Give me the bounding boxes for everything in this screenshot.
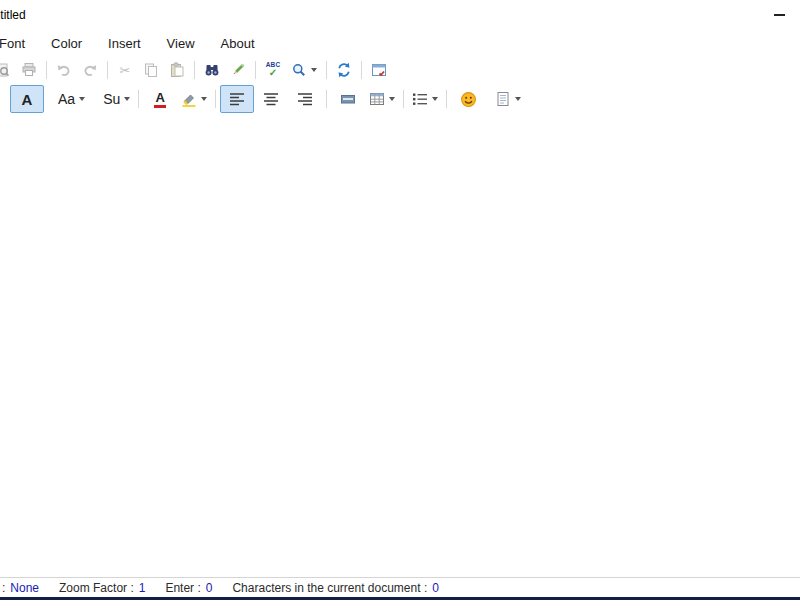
status-zoom-factor: Zoom Factor : 1 <box>59 581 145 595</box>
font-color-icon: A <box>154 91 166 108</box>
document-area[interactable] <box>0 114 800 577</box>
chevron-down-icon <box>201 97 207 101</box>
format-toolbar: A Aa Su A <box>0 84 800 114</box>
paste-icon <box>169 62 185 78</box>
emoji-button[interactable] <box>451 85 485 113</box>
calendar-button[interactable] <box>366 57 392 83</box>
find-icon <box>204 62 220 78</box>
highlighter-icon <box>181 91 197 107</box>
undo-icon <box>56 62 72 78</box>
align-right-icon <box>297 92 313 106</box>
highlight-button[interactable] <box>177 85 211 113</box>
zoom-button[interactable] <box>286 57 322 83</box>
chevron-down-icon <box>311 68 317 72</box>
horizontal-line-button[interactable] <box>331 85 365 113</box>
status-bar: : None Zoom Factor : 1 Enter : 0 Charact… <box>0 577 800 600</box>
main-toolbar: ✂ <box>0 56 800 84</box>
toolbar-separator <box>138 90 139 108</box>
status-enter-count: Enter : 0 <box>165 581 212 595</box>
copy-icon <box>143 62 159 78</box>
document-icon <box>495 91 511 107</box>
script-label: Su <box>103 92 120 106</box>
window-title: Untitled <box>0 8 26 22</box>
menu-insert[interactable]: Insert <box>95 32 154 55</box>
toolbar-separator <box>361 61 362 79</box>
print-preview-icon <box>0 62 11 78</box>
chevron-down-icon <box>432 97 438 101</box>
app-window: Untitled Font Color Insert View About <box>0 0 800 600</box>
zoom-icon <box>291 62 307 78</box>
undo-button[interactable] <box>51 57 77 83</box>
pencil-icon <box>230 62 246 78</box>
print-icon <box>21 62 37 78</box>
list-icon <box>412 92 428 106</box>
menu-bar: Font Color Insert View About <box>0 30 800 56</box>
redo-button[interactable] <box>77 57 103 83</box>
toolbar-separator <box>194 61 195 79</box>
menu-about[interactable]: About <box>208 32 268 55</box>
refresh-button[interactable] <box>331 57 357 83</box>
menu-view[interactable]: View <box>154 32 208 55</box>
chevron-down-icon <box>79 97 85 101</box>
bold-label: A <box>22 92 33 107</box>
find-button[interactable] <box>199 57 225 83</box>
refresh-icon <box>336 62 352 78</box>
horizontal-line-icon <box>340 91 356 107</box>
list-button[interactable] <box>408 85 442 113</box>
title-bar: Untitled <box>0 0 800 30</box>
print-button[interactable] <box>16 57 42 83</box>
align-center-icon <box>263 92 279 106</box>
toolbar-separator <box>255 61 256 79</box>
align-left-icon <box>229 92 245 106</box>
case-label: Aa <box>58 92 75 106</box>
toolbar-separator <box>46 61 47 79</box>
toolbar-separator <box>215 90 216 108</box>
print-preview-button[interactable] <box>0 57 16 83</box>
redo-icon <box>82 62 98 78</box>
menu-color[interactable]: Color <box>38 32 95 55</box>
script-button[interactable]: Su <box>99 85 134 113</box>
chevron-down-icon <box>389 97 395 101</box>
status-selection: : None <box>2 581 39 595</box>
minimize-button[interactable] <box>762 4 796 26</box>
spellcheck-button[interactable]: ABC ✓ <box>260 57 286 83</box>
toolbar-separator <box>326 61 327 79</box>
font-color-button[interactable]: A <box>143 85 177 113</box>
status-character-count: Characters in the current document : 0 <box>232 581 438 595</box>
toolbar-separator <box>403 90 404 108</box>
toolbar-separator <box>107 61 108 79</box>
chevron-down-icon <box>124 97 130 101</box>
change-case-button[interactable]: Aa <box>54 85 89 113</box>
spellcheck-icon: ABC ✓ <box>266 62 281 78</box>
toolbar-separator <box>326 90 327 108</box>
calendar-icon <box>371 62 387 78</box>
insert-table-button[interactable] <box>365 85 399 113</box>
toolbar-separator <box>446 90 447 108</box>
edit-pencil-button[interactable] <box>225 57 251 83</box>
document-options-button[interactable] <box>491 85 525 113</box>
align-right-button[interactable] <box>288 85 322 113</box>
cut-button[interactable]: ✂ <box>112 57 138 83</box>
align-center-button[interactable] <box>254 85 288 113</box>
copy-button[interactable] <box>138 57 164 83</box>
chevron-down-icon <box>515 97 521 101</box>
menu-font[interactable]: Font <box>0 32 38 55</box>
paste-button[interactable] <box>164 57 190 83</box>
minimize-icon <box>774 14 785 16</box>
table-icon <box>369 91 385 107</box>
emoji-icon <box>460 91 477 108</box>
cut-icon: ✂ <box>120 64 131 77</box>
align-left-button[interactable] <box>220 85 254 113</box>
bold-button[interactable]: A <box>10 85 44 113</box>
